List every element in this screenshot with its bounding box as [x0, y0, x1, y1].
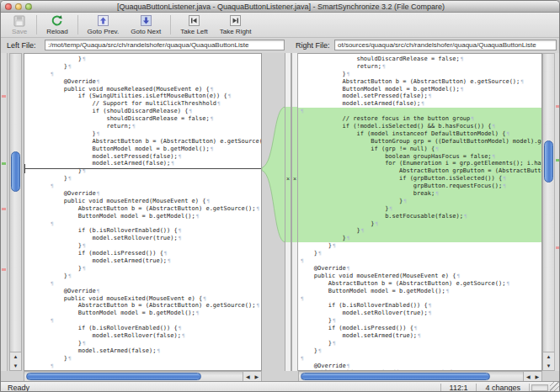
- left-horizontal-scrollbar-arrows[interactable]: ◀ ▶: [243, 372, 261, 381]
- take-left-icon: [189, 14, 200, 27]
- left-vertical-scrollbar-arrows[interactable]: ▲ ▼: [10, 352, 21, 370]
- scroll-up-icon[interactable]: ▲: [547, 354, 552, 359]
- left-vertical-scrollbar-thumb[interactable]: [11, 151, 20, 192]
- goto-next-button[interactable]: Goto Next: [125, 13, 167, 37]
- code-line: }: [300, 220, 541, 228]
- code-line: if (model instanceof DefaultButtonModel)…: [300, 130, 541, 138]
- diff-connector-gutter: × ×: [262, 53, 298, 371]
- code-line: public void mouseReleased(MouseEvent e) …: [50, 86, 261, 93]
- code-line: ButtonModel model = b.getModel();: [50, 213, 261, 220]
- status-text: Ready: [1, 384, 440, 392]
- status-bar: Ready 112:1 4 changes: [1, 381, 560, 392]
- left-code-pane[interactable]: } } @Override public void mouseReleased(…: [24, 53, 262, 371]
- file-header-row: Left File: :/mot/temp/Quaqua/src/ch/rand…: [1, 38, 560, 53]
- code-line: }: [50, 355, 261, 363]
- left-lines-before: } } @Override public void mouseReleased(…: [50, 56, 261, 167]
- caret-position: 112:1: [441, 384, 477, 392]
- code-line: ButtonModel model = b.getModel();: [300, 288, 541, 295]
- code-line: model.setPressed(false);: [300, 93, 541, 100]
- code-line: model.setPressed(false);: [50, 153, 261, 161]
- right-vertical-scrollbar[interactable]: ▲ ▼: [542, 53, 555, 371]
- overview-mark[interactable]: [556, 159, 560, 162]
- right-code-pane[interactable]: shouldDiscardRelease = false; return; } …: [298, 53, 542, 371]
- code-line: if (model.isPressed()) {: [50, 250, 261, 257]
- code-line: model.setArmed(false);: [300, 100, 541, 108]
- code-line: if (b.isRolloverEnabled()) {: [300, 302, 541, 310]
- code-line: }: [50, 273, 261, 280]
- right-lines-before: shouldDiscardRelease = false; return; } …: [300, 56, 541, 108]
- scroll-down-icon[interactable]: ▼: [13, 363, 19, 368]
- diff-connector-shape: [262, 53, 285, 371]
- code-line: @Override: [300, 265, 541, 273]
- overview-mark[interactable]: [2, 162, 6, 165]
- scroll-left-icon[interactable]: ◀: [246, 373, 250, 379]
- code-line: }: [300, 317, 541, 325]
- statusbar-separator: [529, 384, 530, 392]
- code-line: }: [300, 242, 541, 250]
- code-line: }: [50, 130, 261, 138]
- code-line: AbstractButton b = (AbstractButton) e.ge…: [300, 78, 541, 86]
- scroll-up-icon[interactable]: ▲: [13, 354, 19, 359]
- code-line: model.setRollover(true);: [50, 235, 261, 242]
- window-title: [QuaquaButtonListener.java - QuaquaButto…: [1, 1, 560, 13]
- right-code: shouldDiscardRelease = false; return; } …: [298, 54, 541, 371]
- left-file-path-field[interactable]: :/mot/temp/Quaqua/src/ch/randelshofer/qu…: [45, 40, 285, 50]
- title-bar[interactable]: [QuaquaButtonListener.java - QuaquaButto…: [1, 1, 560, 13]
- code-line: // restore focus in the button group: [300, 115, 541, 123]
- right-overview-strip[interactable]: [554, 53, 560, 371]
- close-window-button[interactable]: [5, 3, 12, 10]
- take-right-button[interactable]: Take Right: [214, 13, 258, 37]
- code-line: [300, 257, 541, 265]
- code-line: if (SwingUtilities.isLeftMouseButton(e))…: [50, 93, 261, 100]
- code-line: [50, 317, 261, 325]
- scroll-left-icon[interactable]: ◀: [526, 373, 531, 379]
- left-vertical-scrollbar[interactable]: ▲ ▼: [9, 53, 22, 371]
- zoom-window-button[interactable]: [25, 3, 32, 10]
- code-line: ButtonModel model = b.getModel();: [50, 310, 261, 317]
- code-line: }: [50, 63, 261, 71]
- overview-mark[interactable]: [2, 208, 6, 210]
- overview-mark[interactable]: [2, 268, 6, 271]
- code-line: }: [50, 242, 261, 250]
- left-code: } } @Override public void mouseReleased(…: [24, 54, 261, 369]
- code-line: }: [300, 198, 541, 205]
- diff-insertion-tick: [24, 164, 25, 173]
- overview-mark[interactable]: [2, 95, 6, 98]
- right-horizontal-scrollbar-thumb[interactable]: [301, 373, 490, 380]
- code-line: AbstractButton grpButton = (AbstractButt…: [300, 167, 541, 175]
- code-line: ButtonGroup grp = ((DefaultButtonModel) …: [300, 138, 541, 146]
- code-line: boolean groupHasFocus = false;: [300, 153, 541, 161]
- overview-mark[interactable]: [556, 246, 560, 249]
- discard-change-left-button[interactable]: ×: [285, 176, 291, 183]
- reload-button[interactable]: Reload: [40, 13, 73, 37]
- code-line: }: [50, 56, 261, 63]
- code-line: if (model.isPressed()) {: [300, 325, 541, 332]
- scroll-down-icon[interactable]: ▼: [547, 363, 552, 368]
- left-overview-strip[interactable]: [1, 53, 8, 371]
- scroll-right-icon[interactable]: ▶: [254, 373, 259, 379]
- code-line: if (!model.isSelected() && b.hasFocus())…: [300, 123, 541, 130]
- minimize-window-button[interactable]: [15, 3, 22, 10]
- code-line: [50, 71, 261, 78]
- left-horizontal-scrollbar-thumb[interactable]: [26, 373, 201, 380]
- scroll-right-icon[interactable]: ▶: [535, 373, 539, 379]
- save-button[interactable]: Save: [6, 13, 33, 37]
- gutter-column-right: [291, 53, 298, 371]
- resize-grip[interactable]: [550, 382, 560, 392]
- toolbar-separator: [36, 15, 37, 34]
- right-file-path-field[interactable]: ot/sources/quaqua/src/ch/randelshofer/qu…: [334, 40, 557, 50]
- goto-prev-button[interactable]: Goto Prev.: [82, 13, 125, 37]
- code-line: AbstractButton b = (AbstractButton) e.ge…: [50, 138, 261, 146]
- code-line: [50, 280, 261, 288]
- discard-change-right-button[interactable]: ×: [291, 176, 298, 183]
- code-line: }: [300, 205, 541, 213]
- right-vertical-scrollbar-arrows[interactable]: ▲ ▼: [543, 352, 554, 370]
- right-vertical-scrollbar-thumb[interactable]: [544, 140, 553, 183]
- take-left-button[interactable]: Take Left: [174, 13, 213, 37]
- left-lines-after: } } @Override public void mouseEntered(M…: [50, 167, 261, 369]
- code-line: for (Enumeration i = grp.getElements(); …: [300, 160, 541, 167]
- overview-mark[interactable]: [556, 105, 560, 108]
- progress-indicator: [531, 384, 548, 391]
- right-horizontal-scrollbar-arrows[interactable]: ◀ ▶: [523, 372, 541, 381]
- code-line: if (grpButton.isSelected()) {: [300, 175, 541, 183]
